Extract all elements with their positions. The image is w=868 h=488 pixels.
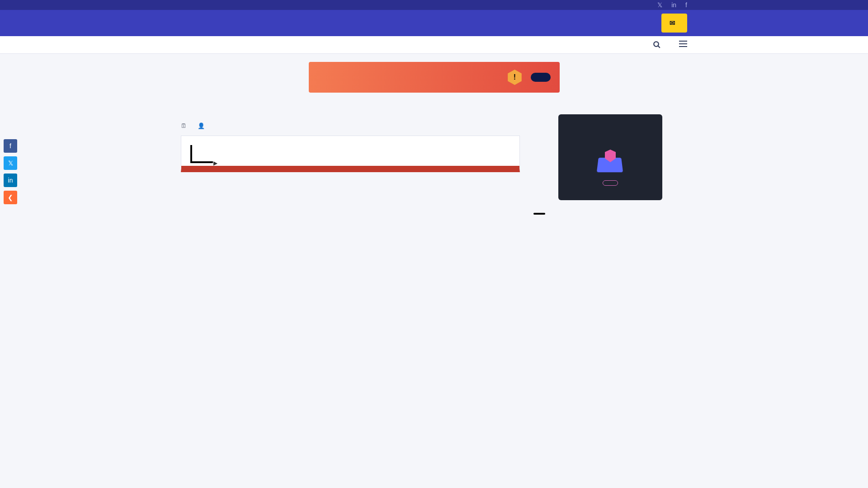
article-meta: 🗓 👤 (181, 122, 520, 129)
topbar: 𝕏 in f (0, 0, 868, 10)
share-more-button[interactable]: ❮ (4, 191, 17, 204)
ad-banner[interactable]: ! (309, 62, 560, 93)
share-twitter-button[interactable]: 𝕏 (4, 156, 17, 170)
nav (0, 36, 868, 54)
download-now-button[interactable] (603, 180, 618, 186)
share-bar: f 𝕏 in ❮ (4, 136, 17, 204)
twitter-icon[interactable]: 𝕏 (657, 1, 662, 9)
svg-rect-3 (679, 43, 687, 44)
article: 🗓 👤 (181, 114, 520, 223)
kubernetes-icon (592, 150, 628, 172)
svg-point-0 (654, 42, 659, 47)
flow-connector (190, 145, 213, 163)
article-author: 👤 (198, 122, 208, 129)
warning-icon: ! (507, 70, 523, 85)
newsletter-button[interactable]: ✉ (661, 14, 687, 33)
header: ✉ (0, 10, 868, 36)
linkedin-icon[interactable]: in (671, 1, 676, 9)
svg-rect-4 (679, 46, 687, 47)
user-icon: 👤 (198, 122, 205, 129)
svg-rect-2 (679, 41, 687, 42)
figure-footer (181, 166, 519, 169)
ad-cta-button[interactable] (531, 73, 551, 82)
share-facebook-button[interactable]: f (4, 139, 17, 153)
share-linkedin-button[interactable]: in (4, 174, 17, 187)
sidebar-ad[interactable] (558, 114, 662, 200)
ad-band: ! (0, 54, 868, 101)
menu-icon[interactable] (679, 41, 687, 49)
sidebar (533, 114, 687, 223)
attack-flow-figure (181, 136, 520, 172)
facebook-icon[interactable]: f (685, 1, 687, 9)
calendar-icon: 🗓 (181, 122, 187, 129)
envelope-icon: ✉ (670, 19, 675, 27)
search-icon[interactable] (653, 41, 661, 49)
article-date: 🗓 (181, 122, 189, 129)
svg-line-1 (658, 46, 660, 48)
heading-underline (533, 213, 545, 215)
